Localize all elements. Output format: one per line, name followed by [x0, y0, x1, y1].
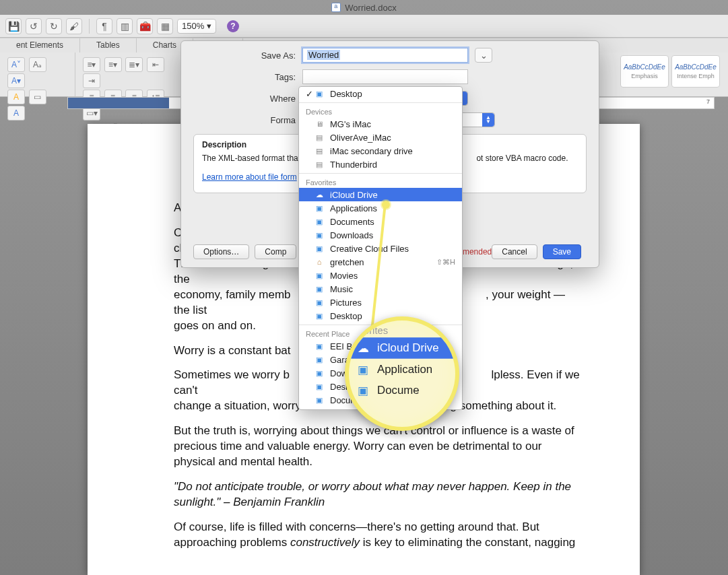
dd-item-pictures[interactable]: ▣Pictures — [299, 296, 462, 309]
dd-item-device[interactable]: ▤iMac secondary drive — [299, 144, 462, 158]
window-title: Worried.docx — [345, 3, 396, 13]
disk-icon: ▤ — [314, 160, 325, 169]
folder-icon: ▣ — [314, 355, 325, 364]
toolbox-icon[interactable]: 🧰 — [137, 18, 153, 34]
magnifier-row-icloud: ☁iCloud Drive — [349, 337, 459, 359]
window-titlebar: Worried.docx — [0, 0, 728, 15]
where-label: Where — [181, 94, 302, 104]
save-button[interactable]: Save — [543, 244, 581, 259]
gallery-icon[interactable]: ▦ — [157, 18, 173, 34]
dd-item-documents[interactable]: ▣Documents — [299, 215, 462, 228]
dd-item-device[interactable]: ▤OliverAve_iMac — [299, 131, 462, 144]
check-icon: ✓ — [306, 89, 314, 99]
indent-dec-icon[interactable]: ⇤ — [147, 57, 164, 72]
tab-elements[interactable]: ent Elements — [0, 38, 80, 53]
tab-tables[interactable]: Tables — [80, 38, 137, 53]
saveas-input[interactable]: Worried — [302, 48, 468, 63]
folder-icon: ▣ — [314, 368, 325, 378]
text-effects-icon[interactable]: A — [7, 90, 25, 104]
font-shrink-icon[interactable]: A˅ — [7, 57, 25, 72]
cloud-icon: ☁ — [358, 341, 372, 355]
dd-section-favorites: Favorites — [299, 176, 462, 188]
folder-icon: ▣ — [314, 230, 325, 240]
paintbrush-icon[interactable]: 🖌 — [66, 18, 82, 34]
folder-icon: ▣ — [314, 89, 325, 98]
numbering-icon[interactable]: ≡▾ — [104, 57, 122, 72]
dd-item-device[interactable]: ▤Thunderbird — [299, 158, 462, 171]
multilevel-icon[interactable]: ≣▾ — [125, 57, 143, 72]
imac-icon: 🖥 — [314, 119, 325, 129]
style-a-icon[interactable]: A — [7, 106, 25, 121]
undo-icon[interactable]: ↺ — [26, 18, 42, 34]
dd-item-movies[interactable]: ▣Movies — [299, 269, 462, 282]
save-icon[interactable]: 💾 — [5, 18, 22, 34]
folder-icon: ▣ — [358, 362, 372, 376]
dd-item-device[interactable]: 🖥MG's iMac — [299, 117, 462, 131]
folder-icon: ▣ — [314, 203, 325, 213]
home-icon: ⌂ — [314, 257, 325, 267]
folder-icon: ▣ — [314, 341, 325, 351]
folder-icon: ▣ — [314, 217, 325, 226]
folder-icon: ▣ — [314, 284, 325, 294]
expand-dialog-button[interactable]: ⌄ — [475, 48, 492, 63]
font-color-icon[interactable]: A▾ — [7, 73, 25, 88]
sidebar-icon[interactable]: ▥ — [117, 18, 133, 34]
style-emphasis[interactable]: AaBbCcDdEe Emphasis — [620, 55, 669, 88]
dd-item-desktop-top[interactable]: ✓ ▣ Desktop — [299, 87, 462, 100]
main-toolbar: 💾 ↺ ↻ 🖌 ¶ ▥ 🧰 ▦ 150% ▾ ? — [0, 15, 728, 38]
dd-item-applications[interactable]: ▣Applications — [299, 201, 462, 215]
folder-icon: ▣ — [358, 384, 372, 397]
dd-section-devices: Devices — [299, 105, 462, 117]
cancel-button[interactable]: Cancel — [492, 244, 537, 259]
tags-input[interactable] — [302, 69, 468, 84]
ruler-mark-7: 7 — [706, 98, 710, 105]
folder-icon: ▣ — [314, 244, 325, 253]
compatibility-button[interactable]: Comp — [255, 244, 296, 259]
document-icon — [331, 3, 341, 12]
learn-more-link[interactable]: Learn more about file form — [202, 172, 297, 182]
format-label: Forma — [181, 115, 302, 125]
disk-icon: ▤ — [314, 146, 325, 156]
folder-icon: ▣ — [314, 271, 325, 280]
options-button[interactable]: Options… — [193, 244, 249, 259]
indent-inc-icon[interactable]: ⇥ — [83, 73, 100, 88]
dd-item-music[interactable]: ▣Music — [299, 282, 462, 296]
dd-item-icloud-drive[interactable]: ☁iCloud Drive — [299, 188, 462, 201]
disk-icon: ▤ — [314, 133, 325, 142]
saveas-label: Save As: — [181, 50, 302, 61]
magnifier-row-documents: ▣Docume — [349, 380, 459, 401]
folder-icon: ▣ — [314, 382, 325, 391]
folder-icon: ▣ — [314, 311, 325, 320]
style-intense-emphasis[interactable]: AaBbCcDdEe Intense Emph — [671, 55, 720, 88]
magnifier-callout: vorites ☁iCloud Drive ▣Application ▣Docu… — [345, 316, 459, 431]
magnifier-row-applications: ▣Application — [349, 359, 459, 380]
show-hide-icon[interactable]: ¶ — [96, 18, 112, 34]
text-box-icon[interactable]: ▭ — [29, 90, 46, 104]
tags-label: Tags: — [181, 72, 302, 82]
help-icon[interactable]: ? — [227, 20, 239, 32]
zoom-level[interactable]: 150% ▾ — [177, 19, 216, 34]
folder-icon: ▣ — [314, 298, 325, 307]
cloud-icon: ☁ — [314, 190, 325, 199]
redo-icon[interactable]: ↻ — [46, 18, 62, 34]
highlight-icon[interactable]: Aₐ — [29, 57, 46, 72]
bullets-icon[interactable]: ≡▾ — [83, 57, 100, 72]
folder-icon: ▣ — [314, 395, 325, 405]
